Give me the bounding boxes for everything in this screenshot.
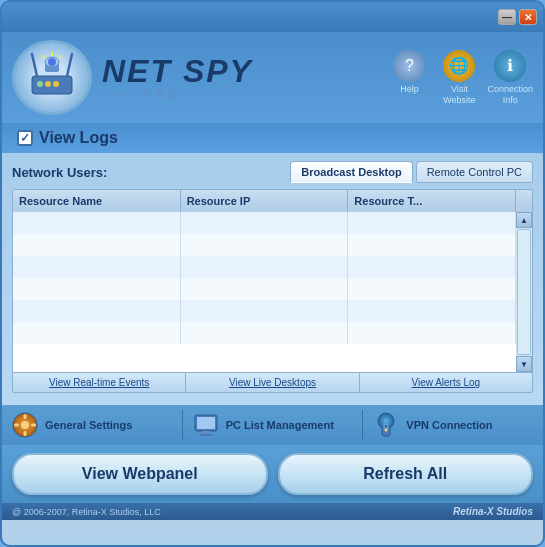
svg-point-25 — [385, 429, 388, 432]
info-icon: ℹ — [494, 50, 526, 82]
col-resource-ip: Resource IP — [181, 190, 349, 212]
view-logs-label: View Logs — [39, 129, 118, 147]
refresh-all-button[interactable]: Refresh All — [278, 453, 534, 495]
svg-rect-16 — [14, 424, 19, 427]
copyright-text: @ 2006-2007, Retina-X Studios, LLC — [12, 507, 161, 517]
view-live-desktops-link[interactable]: View Live Desktops — [186, 373, 359, 392]
action-buttons-area: View Webpanel Refresh All — [2, 445, 543, 503]
tab-remote-control-pc[interactable]: Remote Control PC — [416, 161, 533, 183]
table-header: Resource Name Resource IP Resource T... — [13, 190, 532, 212]
svg-point-5 — [53, 81, 59, 87]
pc-list-icon — [191, 410, 221, 440]
titlebar: — ✕ — [2, 2, 543, 32]
network-users-row: Network Users: Broadcast Desktop Remote … — [12, 161, 533, 183]
svg-point-3 — [37, 81, 43, 87]
pc-list-management-button[interactable]: PC List Management — [191, 410, 355, 440]
svg-rect-20 — [202, 431, 210, 434]
table-row — [13, 234, 516, 256]
brand-name: NET SPY — [102, 55, 387, 87]
svg-rect-19 — [197, 417, 215, 429]
toolbar-sep-2 — [362, 410, 363, 440]
svg-line-9 — [42, 55, 45, 58]
table-row — [13, 278, 516, 300]
view-webpanel-button[interactable]: View Webpanel — [12, 453, 268, 495]
view-alerts-log-link[interactable]: View Alerts Log — [360, 373, 532, 392]
content-area: Network Users: Broadcast Desktop Remote … — [2, 153, 543, 405]
header-buttons: ? Help 🌐 VisitWebsite ℹ ConnectionInfo — [387, 50, 533, 106]
network-users-label: Network Users: — [12, 165, 107, 180]
visit-website-button[interactable]: 🌐 VisitWebsite — [437, 50, 481, 106]
table-body: ▲ ▼ — [13, 212, 532, 372]
minimize-button[interactable]: — — [498, 9, 516, 25]
header: NET SPY —— PRO ? Help 🌐 VisitWebsite ℹ C… — [2, 32, 543, 123]
footer: @ 2006-2007, Retina-X Studios, LLC Retin… — [2, 503, 543, 520]
toolbar: General Settings PC List Management — [2, 405, 543, 445]
svg-point-11 — [48, 58, 56, 66]
help-label: Help — [400, 84, 419, 95]
table-scrollbar[interactable]: ▲ ▼ — [516, 212, 532, 372]
table-row — [13, 212, 516, 234]
visit-icon: 🌐 — [443, 50, 475, 82]
table-row — [13, 300, 516, 322]
brand-pro: —— PRO — [104, 87, 387, 101]
svg-rect-14 — [24, 414, 27, 419]
vpn-icon — [371, 410, 401, 440]
col-scrollbar-spacer — [516, 190, 532, 212]
svg-line-2 — [67, 54, 72, 76]
resource-table: Resource Name Resource IP Resource T... — [12, 189, 533, 393]
table-row — [13, 256, 516, 278]
col-resource-name: Resource Name — [13, 190, 181, 212]
vpn-label: VPN Connection — [406, 419, 492, 431]
svg-point-4 — [45, 81, 51, 87]
svg-rect-21 — [199, 434, 213, 436]
close-button[interactable]: ✕ — [519, 9, 537, 25]
help-icon: ? — [393, 50, 425, 82]
settings-icon — [10, 410, 40, 440]
brand-area: NET SPY —— PRO — [92, 55, 387, 101]
help-button[interactable]: ? Help — [387, 50, 431, 95]
svg-rect-17 — [31, 424, 36, 427]
svg-line-10 — [59, 55, 62, 58]
general-settings-label: General Settings — [45, 419, 132, 431]
table-row — [13, 322, 516, 344]
general-settings-button[interactable]: General Settings — [10, 410, 174, 440]
col-resource-type: Resource T... — [348, 190, 516, 212]
connection-info-button[interactable]: ℹ ConnectionInfo — [487, 50, 533, 106]
svg-point-13 — [21, 421, 29, 429]
main-window: — ✕ — [0, 0, 545, 547]
tab-group: Broadcast Desktop Remote Control PC — [290, 161, 533, 183]
view-logs-bar: ✓ View Logs — [2, 123, 543, 153]
svg-line-1 — [32, 54, 37, 76]
view-realtime-events-link[interactable]: View Real-time Events — [13, 373, 186, 392]
footer-brand: Retina-X Studios — [453, 506, 533, 517]
links-row: View Real-time Events View Live Desktops… — [13, 372, 532, 392]
tab-broadcast-desktop[interactable]: Broadcast Desktop — [290, 161, 412, 183]
svg-rect-15 — [24, 431, 27, 436]
view-logs-checkbox[interactable]: ✓ — [17, 130, 33, 146]
scroll-track[interactable] — [517, 229, 531, 355]
visit-label: VisitWebsite — [443, 84, 475, 106]
scroll-down-button[interactable]: ▼ — [516, 356, 532, 372]
info-label: ConnectionInfo — [487, 84, 533, 106]
toolbar-sep-1 — [182, 410, 183, 440]
logo-icon — [22, 44, 82, 111]
vpn-connection-button[interactable]: VPN Connection — [371, 410, 535, 440]
logo-circle — [12, 40, 92, 115]
scroll-up-button[interactable]: ▲ — [516, 212, 532, 228]
table-rows — [13, 212, 516, 372]
pc-list-label: PC List Management — [226, 419, 334, 431]
